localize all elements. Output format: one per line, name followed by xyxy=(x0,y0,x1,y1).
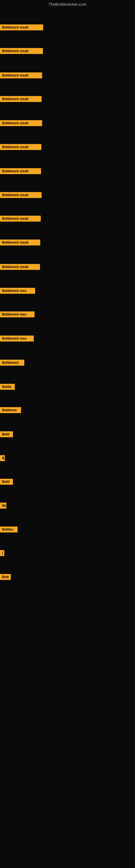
bottleneck-bar-18: Bottl xyxy=(0,431,13,437)
bottleneck-bar-14: Bottleneck resu xyxy=(0,336,34,341)
bottleneck-bar-5: Bottleneck result xyxy=(0,120,42,126)
bottleneck-bar-10: Bottleneck result xyxy=(0,240,40,246)
bottleneck-bar-15: Bottleneck xyxy=(0,360,24,366)
bottleneck-bar-9: Bottleneck result xyxy=(0,216,41,222)
bottleneck-bar-2: Bottleneck result xyxy=(0,48,43,54)
bottleneck-bar-3: Bottleneck result xyxy=(0,72,42,79)
bottleneck-bar-6: Bottleneck result xyxy=(0,144,41,150)
bottleneck-bar-21: Bo xyxy=(0,503,6,508)
bottleneck-bar-12: Bottleneck resu xyxy=(0,288,35,294)
bottleneck-bar-8: Bottleneck result xyxy=(0,192,42,198)
site-title: TheBottlenecker.com xyxy=(0,0,135,8)
bottleneck-bar-20: Bottl xyxy=(0,479,13,485)
bottleneck-bar-17: Bottlenec xyxy=(0,407,21,413)
bottleneck-bar-19: B xyxy=(0,455,5,461)
bottleneck-bar-24: Bott xyxy=(0,574,11,580)
bars-container: Bottleneck resultBottleneck resultBottle… xyxy=(0,9,135,850)
bottleneck-bar-7: Bottleneck result xyxy=(0,168,41,174)
bottleneck-bar-11: Bottleneck result xyxy=(0,264,40,270)
bottleneck-bar-23: | xyxy=(0,550,4,556)
bottleneck-bar-1: Bottleneck result xyxy=(0,24,43,30)
bottleneck-bar-16: Bottle xyxy=(0,384,15,390)
bottleneck-bar-4: Bottleneck result xyxy=(0,96,42,102)
bottleneck-bar-22: Bottlen xyxy=(0,527,17,532)
bottleneck-bar-13: Bottleneck resu xyxy=(0,311,35,317)
